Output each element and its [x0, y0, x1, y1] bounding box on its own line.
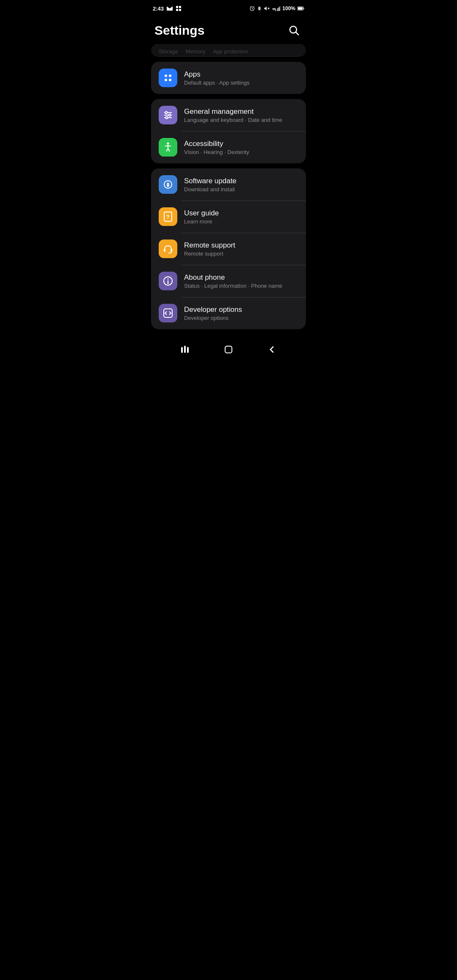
svg-rect-3	[179, 9, 181, 11]
back-button[interactable]	[264, 341, 281, 358]
recent-apps-button[interactable]	[176, 341, 193, 358]
svg-point-17	[169, 74, 171, 77]
svg-rect-2	[176, 9, 178, 11]
svg-rect-43	[187, 347, 189, 353]
remote-support-subtitle: Remote support	[184, 251, 298, 257]
developer-options-text: Developer options Developer options	[184, 306, 298, 321]
apps-icon	[162, 72, 173, 83]
accessibility-text: Accessibility Vision · Hearing · Dexteri…	[184, 140, 298, 155]
home-icon	[223, 344, 234, 355]
svg-line-15	[296, 32, 299, 35]
svg-point-19	[169, 79, 171, 81]
software-update-subtitle: Download and install	[184, 186, 298, 193]
apps-text: Apps Default apps · App settings	[184, 70, 298, 86]
svg-rect-10	[280, 6, 280, 11]
svg-point-14	[290, 26, 297, 33]
dev-icon	[162, 308, 173, 319]
accessibility-icon-wrapper	[159, 138, 177, 157]
accessibility-icon	[162, 142, 173, 153]
apps-subtitle: Default apps · App settings	[184, 80, 298, 86]
developer-options-icon-wrapper	[159, 304, 177, 322]
svg-point-7	[275, 10, 276, 11]
guide-icon: ?	[162, 211, 173, 222]
svg-point-26	[167, 143, 169, 145]
developer-options-item[interactable]: Developer options Developer options	[151, 297, 306, 329]
svg-rect-41	[181, 347, 183, 353]
partial-top-card: Storage Memory App protection	[151, 44, 306, 57]
bluetooth-icon	[257, 6, 262, 11]
general-text: General management Language and keyboard…	[184, 107, 298, 123]
headset-icon	[162, 243, 173, 254]
remote-support-icon-wrapper	[159, 239, 177, 258]
about-phone-title: About phone	[184, 273, 298, 282]
svg-rect-36	[171, 249, 172, 252]
svg-rect-35	[164, 249, 165, 252]
user-guide-subtitle: Learn more	[184, 218, 298, 225]
back-icon	[267, 344, 277, 355]
partial-top-labels: Storage Memory App protection	[151, 44, 306, 56]
svg-line-30	[168, 149, 170, 151]
svg-text:?: ?	[166, 214, 169, 220]
svg-rect-12	[303, 8, 304, 9]
software-update-text: Software update Download and install	[184, 177, 298, 193]
accessibility-title: Accessibility	[184, 140, 298, 148]
user-guide-icon-wrapper: ?	[159, 207, 177, 226]
photos-icon	[176, 6, 182, 11]
status-icons-area: 100%	[249, 6, 304, 11]
general-subtitle: Language and keyboard · Date and time	[184, 117, 298, 123]
accessibility-subtitle: Vision · Hearing · Dexterity	[184, 149, 298, 155]
page-title: Settings	[154, 23, 204, 38]
apps-title: Apps	[184, 70, 298, 79]
svg-point-24	[169, 114, 171, 116]
about-phone-subtitle: Status · Legal information · Phone name	[184, 283, 298, 289]
time-display: 2:43	[153, 6, 164, 12]
recent-icon	[180, 344, 190, 355]
search-icon	[289, 25, 300, 36]
svg-rect-1	[179, 6, 181, 8]
svg-point-16	[165, 74, 167, 77]
battery-level: 100%	[282, 6, 295, 11]
svg-point-25	[166, 117, 168, 119]
svg-rect-13	[298, 7, 303, 9]
svg-rect-9	[278, 7, 279, 11]
software-update-icon-wrapper	[159, 175, 177, 194]
apps-card: Apps Default apps · App settings	[151, 62, 306, 94]
apps-icon-wrapper	[159, 69, 177, 87]
accessibility-item[interactable]: Accessibility Vision · Hearing · Dexteri…	[151, 131, 306, 163]
user-guide-title: User guide	[184, 209, 298, 217]
search-button[interactable]	[286, 22, 303, 39]
svg-rect-44	[225, 346, 232, 353]
svg-point-18	[165, 79, 167, 81]
software-update-item[interactable]: Software update Download and install	[151, 168, 306, 201]
general-card: General management Language and keyboard…	[151, 99, 306, 163]
about-phone-item[interactable]: About phone Status · Legal information ·…	[151, 265, 306, 297]
status-time-area: 2:43	[153, 6, 182, 12]
about-phone-text: About phone Status · Legal information ·…	[184, 273, 298, 289]
remote-support-item[interactable]: Remote support Remote support	[151, 233, 306, 265]
gmail-icon	[166, 6, 173, 11]
info-icon	[162, 275, 173, 286]
wifi-signal-icon	[272, 6, 280, 11]
general-icon-wrapper	[159, 106, 177, 124]
user-guide-item[interactable]: ? User guide Learn more	[151, 201, 306, 233]
user-guide-text: User guide Learn more	[184, 209, 298, 225]
status-bar: 2:43	[146, 0, 311, 15]
update-icon	[162, 179, 173, 190]
mute-icon	[264, 6, 270, 11]
general-title: General management	[184, 107, 298, 116]
apps-item[interactable]: Apps Default apps · App settings	[151, 62, 306, 94]
alarm-icon	[249, 6, 255, 11]
general-management-item[interactable]: General management Language and keyboard…	[151, 99, 306, 131]
developer-options-subtitle: Developer options	[184, 315, 298, 321]
svg-rect-42	[184, 346, 186, 353]
sliders-icon	[162, 110, 173, 121]
remote-support-title: Remote support	[184, 241, 298, 250]
support-card: Software update Download and install ? U…	[151, 168, 306, 329]
svg-point-38	[168, 278, 169, 280]
home-button[interactable]	[220, 341, 237, 358]
svg-rect-8	[278, 8, 278, 11]
nav-bar	[146, 334, 311, 368]
svg-line-29	[166, 149, 168, 151]
remote-support-text: Remote support Remote support	[184, 241, 298, 257]
page-header: Settings	[146, 15, 311, 44]
